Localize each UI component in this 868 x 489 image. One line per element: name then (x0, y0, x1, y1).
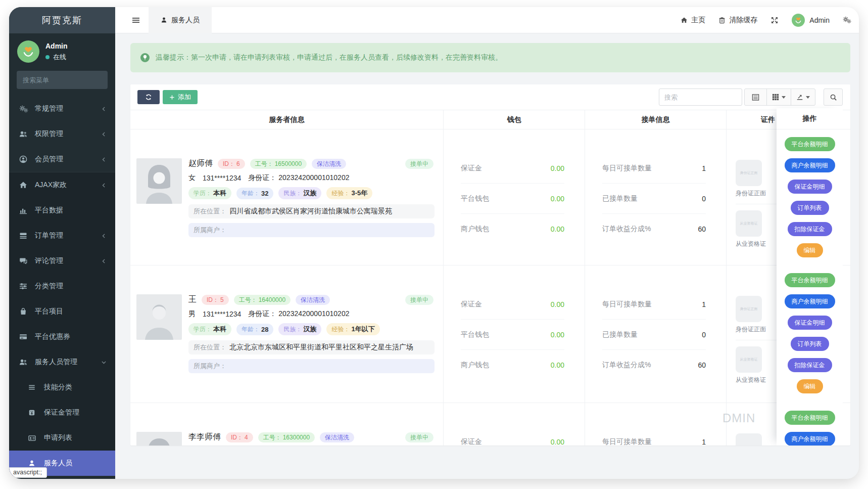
online-label: 在线 (53, 53, 66, 62)
edit-button[interactable]: 编辑 (797, 379, 823, 393)
sidebar-item-skill-categories[interactable]: 技能分类 (9, 375, 115, 400)
worker-photo[interactable] (136, 158, 182, 204)
sidebar-item-permissions[interactable]: 权限管理 (9, 121, 115, 147)
sidebar-item-platform-coupons[interactable]: 平台优惠券 (9, 324, 115, 349)
sidebar-item-category-management[interactable]: 分类管理 (9, 274, 115, 299)
deposit-detail-button[interactable]: 保证金明细 (788, 180, 832, 194)
sidebar-item-members[interactable]: 会员管理 (9, 147, 115, 172)
chevron-left-icon (101, 258, 107, 264)
sidebar-item-application-list[interactable]: 申请列表 (9, 425, 115, 451)
settings-button[interactable] (843, 16, 852, 24)
home-icon (19, 181, 30, 189)
deduct-deposit-button[interactable]: 扣除保证金 (788, 358, 832, 372)
sidebar-item-comment-management[interactable]: 评论管理 (9, 248, 115, 274)
deposit-icon (28, 409, 39, 416)
home-link[interactable]: 主页 (681, 16, 705, 25)
order-list-button[interactable]: 订单列表 (791, 337, 829, 351)
sidebar-item-order-management[interactable]: 订单管理 (9, 223, 115, 248)
sidebar-user-name: Admin (45, 42, 68, 50)
toolbar-search-button[interactable] (824, 88, 843, 106)
hands-heart-icon (793, 15, 803, 25)
platform-balance-detail-button[interactable]: 平台余额明细 (785, 411, 835, 425)
cert-image[interactable]: 身份证正面 (736, 296, 762, 322)
column-header-wallet: 钱包 (444, 110, 585, 129)
search-icon (830, 94, 837, 101)
edit-button[interactable]: 编辑 (797, 243, 823, 257)
clear-cache-link[interactable]: 清除缓存 (718, 16, 757, 25)
row-actions: 平台余额明细 商户余额明细 保证金明细 订单列表 扣除保证金 编辑 (777, 129, 843, 265)
tab-service-staff[interactable]: 服务人员 (149, 7, 212, 33)
deposit-detail-button[interactable]: 保证金明细 (788, 316, 832, 330)
sidebar-item-platform-projects[interactable]: 平台项目 (9, 299, 115, 324)
columns-button[interactable] (766, 88, 791, 106)
add-button[interactable]: 添加 (163, 90, 198, 104)
experience-badge: 经验：1年以下 (326, 323, 379, 335)
location-box: 所在位置：北京北京市东城区和平里街道和平里社区和平之星生活广场 (188, 340, 435, 354)
link-status-tooltip: avascript:; (9, 467, 47, 478)
hamburger-icon[interactable] (115, 16, 149, 24)
wallet-item: 平台钱包0.00 (461, 184, 564, 214)
menu-search (17, 71, 108, 89)
refresh-button[interactable] (137, 90, 160, 104)
worker-photo[interactable] (136, 294, 182, 340)
refresh-icon (145, 94, 152, 101)
fullscreen-button[interactable] (770, 16, 779, 24)
merchant-balance-detail-button[interactable]: 商户余额明细 (785, 158, 835, 172)
orders-item: 每日可接单数量1 (602, 289, 706, 320)
skill-badge: 保洁清洗 (312, 159, 346, 169)
cert-item: 从业资格证从业资格证 (736, 346, 767, 384)
work-no-badge: 工号：16500000 (250, 159, 307, 169)
worker-gender: 女 (188, 173, 196, 183)
sidebar-user-status: 在线 (45, 53, 68, 62)
worker-phone: 131****1234 (203, 310, 241, 318)
detail-view-button[interactable] (744, 88, 767, 106)
platform-balance-detail-button[interactable]: 平台余额明细 (785, 137, 835, 151)
user-icon (28, 460, 39, 467)
export-button[interactable] (791, 88, 815, 106)
platform-balance-detail-button[interactable]: 平台余额明细 (785, 273, 835, 287)
app-window: 阿贾克斯 Admin 在线 常规管理 权限管理 会员管理 AJAX家政 平台数据… (9, 7, 859, 479)
orders-item: 订单收益分成%60 (602, 350, 706, 380)
orders-item: 每日可接单数量1 (602, 427, 706, 446)
table-header-row: 服务者信息 钱包 接单信息 证件 (130, 110, 850, 129)
sidebar-item-platform-data[interactable]: 平台数据 (9, 198, 115, 223)
user-menu[interactable]: Admin (792, 14, 830, 27)
sliders-icon (19, 282, 30, 290)
wallet-item: 平台钱包0.00 (461, 320, 564, 350)
merchant-balance-detail-button[interactable]: 商户余额明细 (785, 294, 835, 308)
table-card: 添加 服务者信息 钱包 接单信息 (130, 84, 850, 446)
chevron-left-icon (101, 233, 107, 239)
sidebar-item-staff-management[interactable]: 服务人员管理 (9, 349, 115, 375)
cogs-icon (19, 105, 30, 113)
order-list-button[interactable]: 订单列表 (791, 201, 829, 215)
bag-icon (19, 307, 30, 316)
worker-name: 李李师傅 (188, 432, 221, 442)
tip-alert: 温馨提示：第一次申请，请在申请列表审核，申请通过后，在服务人员查看，后续修改资料… (130, 43, 850, 72)
worker-cell: 李李师傅 ID：4 工号：16300000 保洁清洗 接单中 (130, 403, 444, 446)
plus-icon (169, 95, 175, 100)
menu-search-input[interactable] (23, 76, 112, 84)
cert-image[interactable]: 身份证正面 (736, 160, 762, 186)
sidebar-item-general[interactable]: 常规管理 (9, 96, 115, 121)
chevron-left-icon (101, 156, 107, 163)
education-badge: 学历：本科 (188, 323, 231, 335)
deduct-deposit-button[interactable]: 扣除保证金 (788, 222, 832, 236)
column-header-orders: 接单信息 (585, 110, 727, 129)
cert-image[interactable]: 从业资格证 (736, 210, 762, 237)
cert-image[interactable] (736, 433, 762, 446)
wallet-cell: 保证金0.00 平台钱包0.00 商户钱包0.00 (444, 129, 585, 265)
row-actions: 平台余额明细 商户余额明细 (777, 403, 843, 446)
cert-item (736, 433, 767, 446)
table-row: 王 ID：5 工号：16400000 保洁清洗 接单中 男 131****123… (130, 265, 850, 403)
worker-photo[interactable] (136, 432, 182, 446)
cert-image[interactable]: 从业资格证 (736, 346, 762, 373)
merchant-balance-detail-button[interactable]: 商户余额明细 (785, 432, 835, 446)
sidebar-user-panel: Admin 在线 (9, 33, 115, 69)
ethnic-badge: 民族：汉族 (278, 187, 321, 199)
sidebar-item-ajax-housekeeping[interactable]: AJAX家政 (9, 172, 115, 198)
sidebar-item-deposit-management[interactable]: 保证金管理 (9, 400, 115, 425)
table-search-input[interactable] (659, 88, 742, 106)
age-badge: 年龄：28 (236, 324, 273, 335)
ethnic-badge: 民族：汉族 (278, 323, 321, 335)
skill-badge: 保洁清洗 (296, 295, 330, 305)
